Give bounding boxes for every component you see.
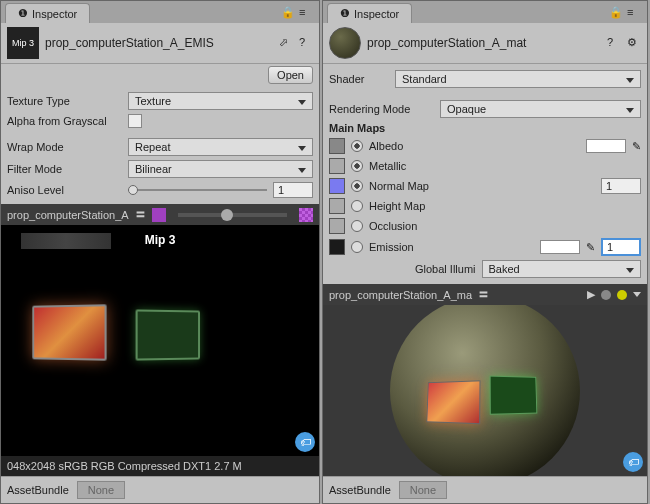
metallic-label: Metallic [369, 160, 406, 172]
texture-preview: Mip 3 🏷 [1, 225, 319, 456]
normal-slot[interactable] [329, 178, 345, 194]
assetbundle-dropdown[interactable]: None [77, 481, 125, 499]
aniso-level-field[interactable] [273, 182, 313, 198]
wrap-mode-label: Wrap Mode [7, 141, 122, 153]
lock-icon[interactable]: 🔒 [281, 6, 295, 20]
wrap-mode-dropdown[interactable]: Repeat [128, 138, 313, 156]
mip-slider[interactable] [178, 213, 287, 217]
color-b-icon[interactable] [299, 208, 313, 222]
separator-icon: 〓 [478, 287, 489, 302]
rendering-mode-label: Rendering Mode [329, 103, 434, 115]
height-slot[interactable] [329, 198, 345, 214]
global-illum-label: Global Illumi [415, 263, 476, 275]
tab-row: ❶ Inspector 🔒 ≡ [1, 1, 319, 23]
aniso-level-slider[interactable] [128, 184, 267, 196]
info-icon: ❶ [340, 7, 350, 20]
texture-icon: Mip 3 [7, 27, 39, 59]
light-a-icon[interactable] [601, 290, 611, 300]
menu-icon[interactable]: ≡ [299, 6, 313, 20]
sphere-emissive-a [426, 380, 480, 424]
emission-slot[interactable] [329, 239, 345, 255]
albedo-radio[interactable] [351, 140, 363, 152]
emission-label: Emission [369, 241, 534, 253]
normal-label: Normal Map [369, 180, 595, 192]
texture-info: 048x2048 sRGB RGB Compressed DXT1 2.7 M [7, 460, 242, 472]
play-icon[interactable]: ▶ [587, 288, 595, 301]
preview-header: prop_computerStation_A_ma 〓 ▶ [323, 284, 647, 305]
asset-header: prop_computerStation_A_mat ? ⚙ [323, 23, 647, 64]
external-icon[interactable]: ⬀ [279, 36, 293, 50]
assetbundle-label: AssetBundle [7, 484, 69, 496]
menu-icon[interactable]: ≡ [627, 6, 641, 20]
assetbundle-row: AssetBundle None [323, 476, 647, 503]
asset-title: prop_computerStation_A_mat [367, 36, 601, 50]
albedo-label: Albedo [369, 140, 580, 152]
lock-icon[interactable]: 🔒 [609, 6, 623, 20]
info-icon: ❶ [18, 7, 28, 20]
emissive-region-b [136, 309, 200, 360]
shader-label: Shader [329, 73, 389, 85]
chevron-icon[interactable] [633, 292, 641, 297]
material-icon [329, 27, 361, 59]
filter-mode-dropdown[interactable]: Bilinear [128, 160, 313, 178]
tab-inspector[interactable]: ❶ Inspector [327, 3, 412, 23]
preview-header: prop_computerStation_A 〓 [1, 204, 319, 225]
open-button[interactable]: Open [268, 66, 313, 84]
normal-value[interactable] [601, 178, 641, 194]
main-maps-header: Main Maps [329, 122, 385, 134]
occlusion-label: Occlusion [369, 220, 417, 232]
sphere-emissive-b [490, 375, 538, 414]
tag-icon[interactable]: 🏷 [623, 452, 643, 472]
asset-title: prop_computerStation_A_EMIS [45, 36, 273, 50]
preview-title: prop_computerStation_A_ma [329, 289, 472, 301]
tab-label: Inspector [354, 8, 399, 20]
assetbundle-row: AssetBundle None [1, 476, 319, 503]
texture-type-dropdown[interactable]: Texture [128, 92, 313, 110]
texture-strip [21, 233, 111, 249]
tab-label: Inspector [32, 8, 77, 20]
light-b-icon[interactable] [617, 290, 627, 300]
aniso-level-label: Aniso Level [7, 184, 122, 196]
occlusion-slot[interactable] [329, 218, 345, 234]
height-radio[interactable] [351, 200, 363, 212]
color-a-icon[interactable] [152, 208, 166, 222]
mip-label: Mip 3 [145, 233, 176, 247]
normal-radio[interactable] [351, 180, 363, 192]
alpha-grayscale-checkbox[interactable] [128, 114, 142, 128]
emissive-region-a [32, 304, 106, 360]
emission-value[interactable] [601, 238, 641, 256]
material-preview[interactable]: 🏷 [323, 305, 647, 476]
gear-icon[interactable]: ⚙ [627, 36, 641, 50]
emission-radio[interactable] [351, 241, 363, 253]
tab-inspector[interactable]: ❶ Inspector [5, 3, 90, 23]
preview-title: prop_computerStation_A [7, 209, 129, 221]
albedo-slot[interactable] [329, 138, 345, 154]
assetbundle-label: AssetBundle [329, 484, 391, 496]
asset-header: Mip 3 prop_computerStation_A_EMIS ⬀ ? [1, 23, 319, 64]
tab-row: ❶ Inspector 🔒 ≡ [323, 1, 647, 23]
metallic-slot[interactable] [329, 158, 345, 174]
help-icon[interactable]: ? [299, 36, 313, 50]
rendering-mode-dropdown[interactable]: Opaque [440, 100, 641, 118]
texture-type-label: Texture Type [7, 95, 122, 107]
albedo-color[interactable] [586, 139, 626, 153]
preview-sphere [390, 305, 580, 476]
assetbundle-dropdown[interactable]: None [399, 481, 447, 499]
shader-dropdown[interactable]: Standard [395, 70, 641, 88]
global-illum-dropdown[interactable]: Baked [482, 260, 641, 278]
eyedropper-icon[interactable]: ✎ [586, 241, 595, 254]
preview-footer: 048x2048 sRGB RGB Compressed DXT1 2.7 M [1, 456, 319, 476]
metallic-radio[interactable] [351, 160, 363, 172]
help-icon[interactable]: ? [607, 36, 621, 50]
alpha-grayscale-label: Alpha from Grayscal [7, 115, 122, 127]
height-label: Height Map [369, 200, 425, 212]
separator-icon: 〓 [135, 207, 146, 222]
tag-icon[interactable]: 🏷 [295, 432, 315, 452]
filter-mode-label: Filter Mode [7, 163, 122, 175]
emission-color[interactable] [540, 240, 580, 254]
eyedropper-icon[interactable]: ✎ [632, 140, 641, 153]
occlusion-radio[interactable] [351, 220, 363, 232]
